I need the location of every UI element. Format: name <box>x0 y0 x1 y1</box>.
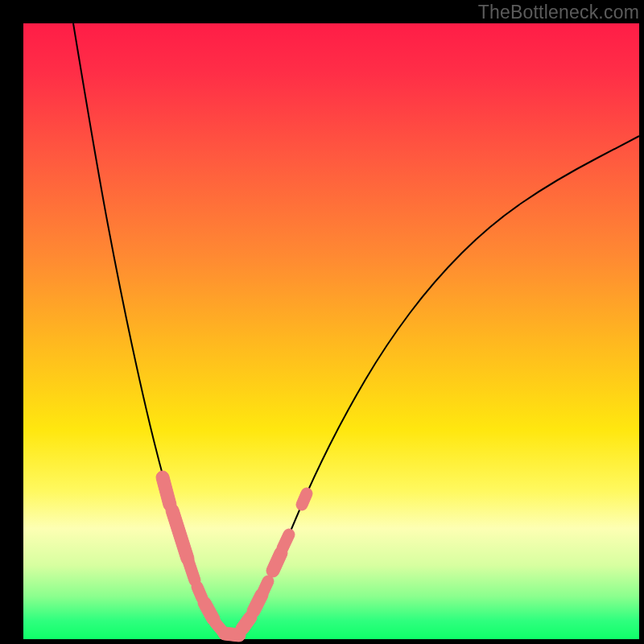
chart-plot-area <box>23 23 639 639</box>
data-pill <box>258 576 274 597</box>
data-pill <box>296 488 312 510</box>
curve-right <box>231 136 639 637</box>
curve-left <box>73 23 231 637</box>
data-pill <box>277 529 295 554</box>
chart-curves <box>73 23 639 637</box>
chart-data-pills <box>156 471 312 642</box>
watermark-text: TheBottleneck.com <box>478 2 639 23</box>
chart-frame: TheBottleneck.com <box>0 0 644 644</box>
chart-svg <box>23 23 639 639</box>
